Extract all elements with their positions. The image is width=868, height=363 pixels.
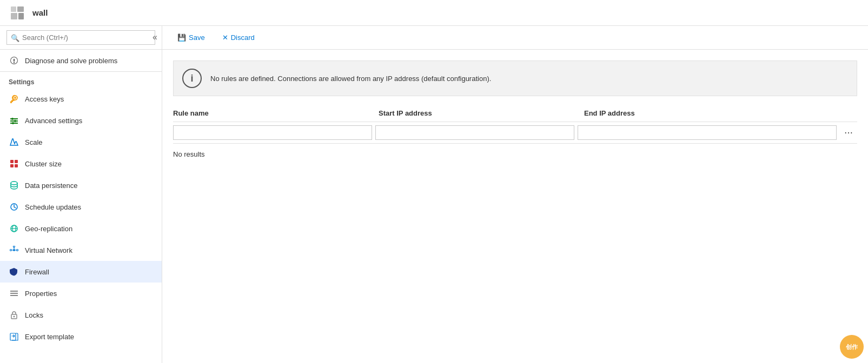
save-button[interactable]: 💾 Save: [173, 31, 209, 44]
sidebar-search-area: 🔍 «: [0, 26, 162, 50]
sidebar-item-geo-replication-label: Geo-replication: [25, 225, 72, 233]
more-options-button[interactable]: ⋯: [840, 125, 857, 140]
svg-rect-12: [10, 164, 14, 167]
sidebar-item-export-template[interactable]: Export template: [0, 326, 162, 347]
sidebar-item-firewall-label: Firewall: [25, 268, 49, 276]
export-icon: [9, 331, 19, 342]
discard-icon: ✕: [222, 33, 228, 42]
sliders-icon: [9, 115, 19, 126]
cluster-icon: [9, 158, 19, 169]
sidebar-item-locks-label: Locks: [25, 311, 43, 319]
sidebar-item-data-persistence-label: Data persistence: [25, 182, 78, 190]
no-results-text: No results: [173, 144, 857, 165]
search-input[interactable]: [6, 30, 155, 45]
svg-point-8: [14, 120, 16, 122]
sidebar-item-diagnose-label: Diagnose and solve problems: [25, 57, 117, 65]
svg-rect-10: [10, 160, 14, 163]
scale-icon: [9, 137, 19, 147]
settings-section-label: Settings: [0, 71, 162, 88]
info-message: No rules are defined. Connections are al…: [210, 75, 491, 83]
sidebar-item-advanced-settings-label: Advanced settings: [25, 117, 82, 125]
svg-point-20: [10, 250, 12, 251]
sidebar-item-schedule-updates[interactable]: Schedule updates: [0, 196, 162, 218]
diagnose-icon: [9, 55, 19, 66]
svg-point-30: [14, 316, 15, 318]
geo-icon: [9, 223, 19, 234]
col-header-rule-name: Rule name: [173, 109, 379, 117]
svg-rect-13: [15, 164, 18, 167]
sidebar-item-properties[interactable]: Properties: [0, 283, 162, 304]
main-layout: 🔍 « Diagnose and solve problems Settings…: [0, 26, 868, 363]
sidebar-item-geo-replication[interactable]: Geo-replication: [0, 218, 162, 239]
schedule-icon: [9, 201, 19, 212]
sidebar-item-advanced-settings[interactable]: Advanced settings: [0, 110, 162, 131]
sidebar-item-locks[interactable]: Locks: [0, 304, 162, 326]
svg-rect-11: [15, 160, 18, 163]
sidebar-item-export-template-label: Export template: [25, 333, 74, 341]
svg-rect-0: [11, 6, 16, 12]
sidebar-item-scale-label: Scale: [25, 138, 43, 146]
firewall-table: Rule name Start IP address End IP addres…: [162, 105, 868, 165]
svg-point-7: [11, 118, 14, 120]
top-bar: wall: [0, 0, 868, 26]
svg-point-14: [11, 182, 17, 185]
properties-icon: [9, 288, 19, 299]
svg-rect-2: [11, 13, 17, 19]
sidebar-item-data-persistence[interactable]: Data persistence: [0, 174, 162, 196]
content-area: 💾 Save ✕ Discard i No rules are defined.…: [162, 26, 868, 363]
watermark: 创作: [840, 335, 864, 359]
svg-rect-26: [10, 291, 18, 292]
search-icon: 🔍: [11, 33, 19, 42]
info-banner: i No rules are defined. Connections are …: [173, 60, 857, 96]
col-header-end-ip: End IP address: [584, 109, 857, 117]
page-title: wall: [32, 8, 48, 17]
discard-button[interactable]: ✕ Discard: [218, 31, 259, 44]
svg-point-19: [13, 249, 15, 251]
shield-icon: [9, 266, 19, 277]
save-icon: 💾: [177, 33, 186, 42]
col-header-start-ip: Start IP address: [379, 109, 584, 117]
sidebar-item-cluster-size[interactable]: Cluster size: [0, 153, 162, 174]
sidebar-content: Diagnose and solve problems Settings Acc…: [0, 50, 162, 363]
end-ip-input[interactable]: [578, 125, 837, 140]
sidebar-item-cluster-size-label: Cluster size: [25, 160, 62, 168]
discard-label: Discard: [231, 33, 255, 42]
svg-point-9: [12, 122, 14, 124]
sidebar-item-access-keys[interactable]: Access keys: [0, 88, 162, 110]
sidebar-item-access-keys-label: Access keys: [25, 95, 64, 103]
info-icon: i: [182, 69, 202, 88]
sidebar-item-virtual-network[interactable]: Virtual Network: [0, 239, 162, 261]
svg-rect-31: [10, 333, 16, 340]
table-header-row: Rule name Start IP address End IP addres…: [173, 105, 857, 122]
toolbar: 💾 Save ✕ Discard: [162, 26, 868, 50]
sidebar-item-diagnose[interactable]: Diagnose and solve problems: [0, 50, 162, 71]
key-icon: [9, 93, 19, 104]
table-input-row: ⋯: [173, 122, 857, 144]
svg-rect-1: [17, 6, 24, 12]
svg-point-21: [17, 250, 18, 251]
sidebar-item-virtual-network-label: Virtual Network: [25, 246, 72, 254]
sidebar-item-firewall[interactable]: Firewall: [0, 261, 162, 283]
persistence-icon: [9, 180, 19, 191]
collapse-sidebar-button[interactable]: «: [148, 30, 162, 44]
resource-icon: [9, 4, 26, 22]
svg-point-25: [14, 246, 15, 247]
sidebar-item-properties-label: Properties: [25, 290, 57, 298]
svg-rect-28: [10, 295, 18, 296]
lock-icon: [9, 310, 19, 320]
vnet-icon: [9, 245, 19, 256]
start-ip-input[interactable]: [375, 125, 574, 140]
svg-rect-3: [18, 13, 24, 19]
rule-name-input[interactable]: [173, 125, 372, 140]
sidebar-item-scale[interactable]: Scale: [0, 131, 162, 153]
svg-rect-27: [10, 293, 18, 294]
sidebar: 🔍 « Diagnose and solve problems Settings…: [0, 26, 162, 363]
sidebar-item-schedule-updates-label: Schedule updates: [25, 203, 81, 211]
save-label: Save: [189, 33, 205, 42]
